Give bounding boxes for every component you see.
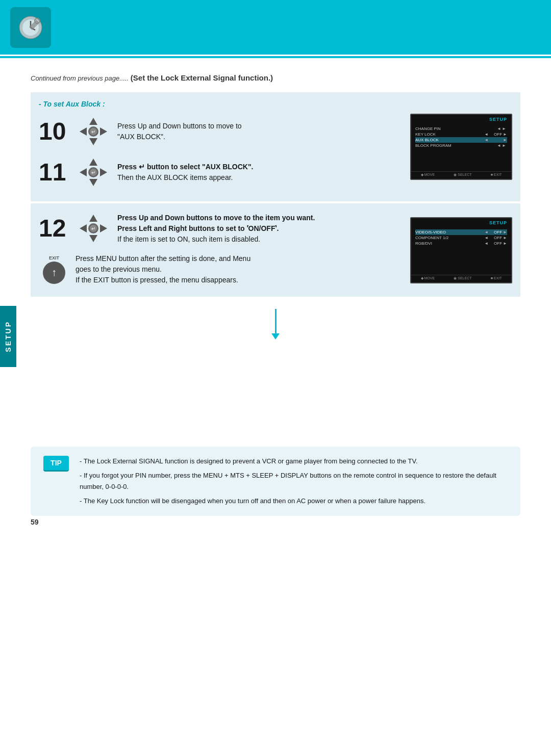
svg-marker-5 xyxy=(89,118,97,125)
step10-section: - To set Aux Block : 10 xyxy=(31,92,520,201)
step11-number: 11 xyxy=(39,160,69,185)
svg-marker-19 xyxy=(89,215,97,222)
svg-marker-12 xyxy=(89,159,97,166)
continued-text: Continued from previous page..... xyxy=(31,74,129,82)
screen2-item-0: VIDEO/S-VIDEO ◄ OFF ► xyxy=(415,229,507,235)
dpad-11: ↵ xyxy=(76,154,111,190)
aux-block-title: - To set Aux Block : xyxy=(39,100,105,108)
svg-marker-21 xyxy=(80,224,87,232)
svg-marker-22 xyxy=(100,224,107,232)
step11-text: Press ↵ button to select "AUX BLOCK". Th… xyxy=(117,162,394,183)
tip-bullet-2: - The Key Lock function will be disengag… xyxy=(80,496,510,507)
step11-row: 11 ↵ Press ↵ button to select "AUX BLOCK… xyxy=(39,154,394,190)
exit-text: Press MENU button after the setting is d… xyxy=(76,253,394,285)
screen1-item-0: CHANGE PIN ◄ ► xyxy=(415,126,507,132)
continued-line: Continued from previous page..... (Set t… xyxy=(31,73,520,82)
arrow-line xyxy=(275,309,277,334)
tip-section: TIP - The Lock External SIGNAL function … xyxy=(31,447,520,516)
screen2-bottom: ◆ MOVE ◉ SELECT ■ EXIT xyxy=(411,275,511,280)
main-content: Continued from previous page..... (Set t… xyxy=(0,58,551,536)
dpad-10: ↵ xyxy=(76,114,111,149)
step10-number: 10 xyxy=(39,119,69,144)
step10-left: - To set Aux Block : 10 xyxy=(31,92,402,201)
tip-bullet-0: - The Lock External SIGNAL function is d… xyxy=(80,456,510,467)
svg-marker-14 xyxy=(80,168,87,176)
svg-marker-7 xyxy=(80,127,87,136)
step12-section: 12 ↵ Press Up and Down buttons to move t… xyxy=(31,203,520,297)
svg-marker-20 xyxy=(89,235,97,242)
screen2-item-2: RGB/DVI ◄ OFF ► xyxy=(415,241,507,246)
step12-number: 12 xyxy=(39,216,69,241)
step10-screen: SETUP CHANGE PIN ◄ ► KEY LOCK ◄ OFF ► AU… xyxy=(402,92,520,201)
svg-text:↵: ↵ xyxy=(91,170,95,175)
exit-button[interactable]: ↑ xyxy=(43,262,65,284)
tv-screen-1: SETUP CHANGE PIN ◄ ► KEY LOCK ◄ OFF ► AU… xyxy=(410,114,512,180)
tool-icon xyxy=(10,7,51,48)
page-title: (Set the Lock External Signal function.) xyxy=(131,73,273,82)
top-bar xyxy=(0,0,551,56)
screen1-item-2: AUX BLOCK ◄ ► xyxy=(415,137,507,143)
screen1-setup-label: SETUP xyxy=(489,117,507,122)
step10-text: Press Up and Down buttons to move to "AU… xyxy=(117,121,394,142)
screen1-item-1: KEY LOCK ◄ OFF ► xyxy=(415,132,507,137)
svg-text:↵: ↵ xyxy=(91,226,95,231)
tip-badge: TIP xyxy=(43,456,69,472)
step12-text: Press Up and Down buttons to move to the… xyxy=(117,213,394,245)
svg-marker-15 xyxy=(100,168,107,176)
dpad-12: ↵ xyxy=(76,211,111,246)
tv-screen-2: SETUP VIDEO/S-VIDEO ◄ OFF ► COMPONENT 1/… xyxy=(410,217,512,283)
step10-row: 10 xyxy=(39,114,394,149)
screen2-item-1: COMPONENT 1/2 ◄ OFF ► xyxy=(415,235,507,241)
exit-label: EXIT xyxy=(49,255,59,260)
exit-step-row: EXIT ↑ Press MENU button after the setti… xyxy=(39,253,394,285)
screen1-bottom: ◆ MOVE ◉ SELECT ■ EXIT xyxy=(411,171,511,177)
screen2-setup-label: SETUP xyxy=(489,220,507,225)
screen1-item-3: BLOCK PROGRAM ◄ ► xyxy=(415,143,507,148)
svg-marker-6 xyxy=(89,138,97,145)
step12-left: 12 ↵ Press Up and Down buttons to move t… xyxy=(31,203,402,297)
step12-screen: SETUP VIDEO/S-VIDEO ◄ OFF ► COMPONENT 1/… xyxy=(402,203,520,297)
tip-text: - The Lock External SIGNAL function is d… xyxy=(80,456,510,507)
tip-bullet-1: - If you forgot your PIN number, press t… xyxy=(80,470,510,492)
svg-marker-8 xyxy=(100,127,107,136)
svg-marker-13 xyxy=(89,179,97,186)
svg-text:↵: ↵ xyxy=(91,129,95,135)
step12-row: 12 ↵ Press Up and Down buttons to move t… xyxy=(39,211,394,246)
arrow-connector xyxy=(31,299,520,345)
page-number: 59 xyxy=(31,518,39,526)
